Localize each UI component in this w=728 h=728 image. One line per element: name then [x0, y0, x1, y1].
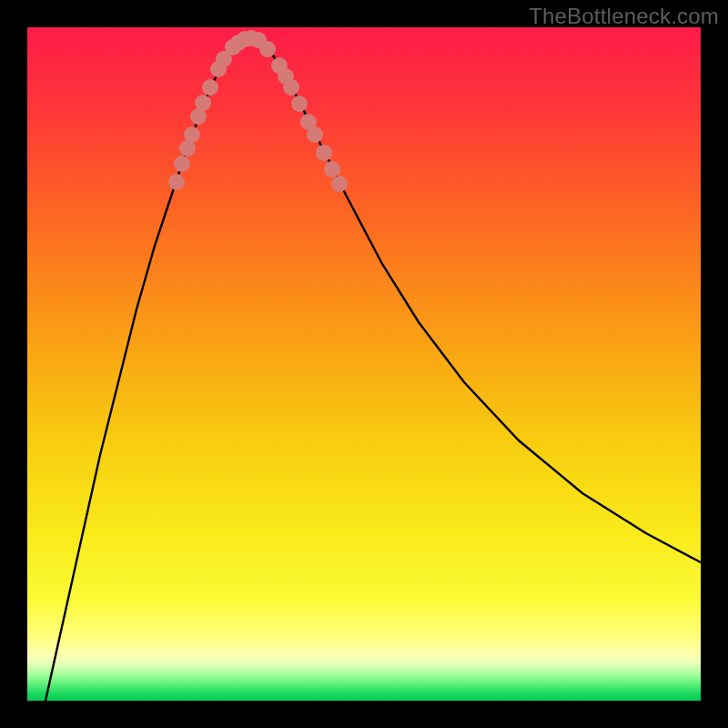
watermark-label: TheBottleneck.com [529, 4, 719, 29]
marker-dot [291, 96, 308, 112]
marker-dot [307, 126, 323, 143]
marker-dot [324, 161, 340, 177]
marker-dot [184, 126, 200, 143]
bottleneck-chart [27, 27, 701, 701]
chart-frame [27, 27, 701, 701]
marker-dot [316, 145, 332, 161]
marker-dot [195, 95, 211, 111]
marker-dot [259, 41, 276, 57]
marker-dot [331, 176, 348, 192]
marker-dot [202, 79, 218, 96]
marker-dot [168, 174, 185, 190]
marker-group [168, 30, 348, 192]
marker-dot [283, 79, 299, 96]
bottleneck-curve [46, 39, 701, 701]
marker-dot [174, 156, 190, 172]
